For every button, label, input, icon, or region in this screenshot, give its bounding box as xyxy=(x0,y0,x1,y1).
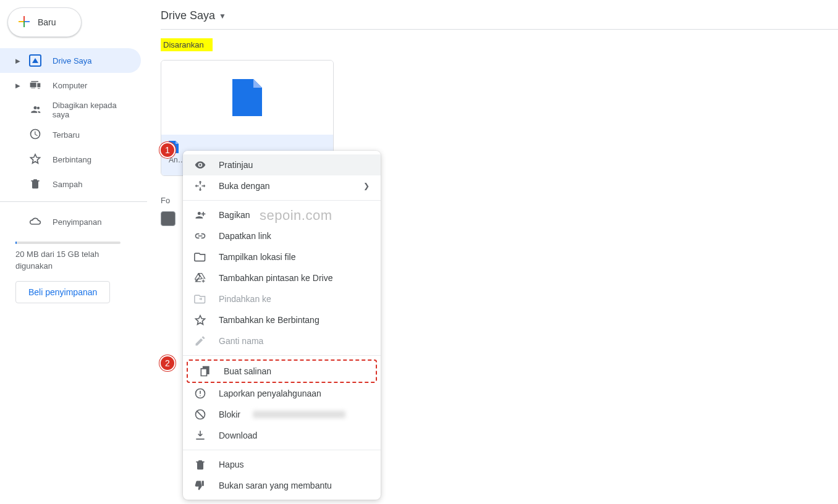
ctx-label: Buka dengan xyxy=(219,181,270,191)
divider xyxy=(0,201,147,202)
ctx-move-to: Pindahkan ke xyxy=(183,288,381,309)
download-icon xyxy=(194,429,206,442)
ctx-label: Tambahkan pintasan ke Drive xyxy=(219,273,332,283)
divider xyxy=(183,355,381,356)
caret-right-icon: ▶ xyxy=(15,57,22,64)
ctx-label: Hapus xyxy=(219,460,243,469)
block-icon xyxy=(194,408,206,421)
folder-item[interactable] xyxy=(161,211,176,226)
drive-icon xyxy=(29,54,41,67)
ctx-remove[interactable]: Hapus xyxy=(183,454,381,475)
ctx-label: Pratinjau xyxy=(219,160,253,170)
clock-icon xyxy=(29,128,41,142)
storage-text: 20 MB dari 15 GB telah digunakan xyxy=(15,249,121,272)
chevron-down-icon: ▼ xyxy=(219,12,226,20)
ctx-label: Bagikan xyxy=(219,210,250,220)
sidebar-item-my-drive[interactable]: ▶ Drive Saya xyxy=(0,48,141,73)
sidebar-item-computers[interactable]: ▶ Komputer xyxy=(0,73,141,98)
ctx-share[interactable]: Bagikan xyxy=(183,204,381,225)
ctx-open-with[interactable]: Buka dengan ❯ xyxy=(183,175,381,196)
ctx-get-link[interactable]: Dapatkan link xyxy=(183,225,381,246)
copy-icon xyxy=(199,365,211,377)
sidebar-item-label: Berbintang xyxy=(53,155,91,164)
sidebar-item-label: Terbaru xyxy=(53,130,80,140)
sidebar-item-starred[interactable]: ▶ Berbintang xyxy=(0,147,141,172)
caret-right-icon: ▶ xyxy=(15,82,22,89)
suggested-label: Disarankan xyxy=(161,38,213,51)
ctx-label: Tampilkan lokasi file xyxy=(219,252,296,262)
pencil-icon xyxy=(194,335,206,347)
devices-icon xyxy=(29,78,41,93)
ctx-show-location[interactable]: Tampilkan lokasi file xyxy=(183,246,381,267)
sidebar-item-recent[interactable]: ▶ Terbaru xyxy=(0,122,141,147)
thumb-down-icon xyxy=(194,479,206,492)
link-icon xyxy=(194,230,206,242)
buy-storage-label: Beli penyimpanan xyxy=(28,287,97,297)
breadcrumb-title: Drive Saya xyxy=(161,9,215,22)
ctx-download[interactable]: Download xyxy=(183,425,381,446)
sidebar-item-shared[interactable]: ▶ Dibagikan kepada saya xyxy=(0,98,141,122)
drive-shortcut-icon xyxy=(194,272,206,284)
eye-icon xyxy=(194,159,206,171)
ctx-make-copy[interactable]: Buat salinan xyxy=(187,359,377,383)
context-menu: Pratinjau Buka dengan ❯ Bagikan Dapatkan… xyxy=(183,151,381,500)
annotation-1: 1 xyxy=(159,142,176,158)
nav-list: ▶ Drive Saya ▶ Komputer ▶ Dibagikan kepa… xyxy=(0,46,147,196)
breadcrumb[interactable]: Drive Saya ▼ xyxy=(161,0,838,30)
sidebar-item-label: Dibagikan kepada saya xyxy=(53,101,133,119)
ctx-block[interactable]: Blokir xyxy=(183,404,381,425)
star-icon xyxy=(29,153,41,167)
trash-icon xyxy=(194,458,206,471)
ctx-label: Dapatkan link xyxy=(219,231,271,241)
blurred-email xyxy=(253,411,345,418)
ctx-add-shortcut[interactable]: Tambahkan pintasan ke Drive xyxy=(183,267,381,288)
sidebar-item-label: Penyimpanan xyxy=(53,217,102,227)
ctx-label: Tambahkan ke Berbintang xyxy=(219,315,320,325)
ctx-rename: Ganti nama xyxy=(183,330,381,351)
ctx-label: Buat salinan xyxy=(224,366,271,376)
buy-storage-button[interactable]: Beli penyimpanan xyxy=(15,281,110,303)
ctx-report-abuse[interactable]: Laporkan penyalahgunaan xyxy=(183,383,381,404)
chevron-right-icon: ❯ xyxy=(363,182,370,190)
sidebar-item-label: Sampah xyxy=(53,180,82,189)
annotation-2: 2 xyxy=(159,355,176,371)
ctx-label: Ganti nama xyxy=(219,336,263,346)
trash-icon xyxy=(29,177,41,191)
person-add-icon xyxy=(194,209,206,221)
ctx-label: Download xyxy=(219,430,257,440)
ctx-label: Laporkan penyalahgunaan xyxy=(219,388,321,398)
ctx-preview[interactable]: Pratinjau xyxy=(183,154,381,175)
ctx-add-star[interactable]: Tambahkan ke Berbintang xyxy=(183,309,381,330)
ctx-label: Blokir xyxy=(219,410,240,419)
nav-list-storage: ▶ Penyimpanan xyxy=(0,207,147,234)
file-thumb xyxy=(161,61,333,135)
storage-bar xyxy=(15,242,121,244)
cloud-icon xyxy=(29,215,41,229)
new-button-label: Baru xyxy=(38,17,56,27)
alert-icon xyxy=(194,387,206,400)
sidebar-item-storage[interactable]: ▶ Penyimpanan xyxy=(0,209,141,234)
star-icon xyxy=(194,314,206,326)
plus-icon xyxy=(17,14,32,31)
divider xyxy=(183,200,381,201)
move-icon xyxy=(194,293,206,305)
open-with-icon xyxy=(194,180,206,192)
divider xyxy=(183,450,381,450)
ctx-label: Bukan saran yang membantu xyxy=(219,481,332,490)
ctx-not-helpful[interactable]: Bukan saran yang membantu xyxy=(183,475,381,496)
ctx-label: Pindahkan ke xyxy=(219,294,271,304)
sidebar-item-label: Komputer xyxy=(53,81,87,90)
folder-icon xyxy=(194,251,206,263)
sidebar-item-label: Drive Saya xyxy=(53,56,92,65)
people-icon xyxy=(29,103,41,117)
sidebar-item-trash[interactable]: ▶ Sampah xyxy=(0,172,141,196)
new-button[interactable]: Baru xyxy=(7,7,82,37)
sidebar: Baru ▶ Drive Saya ▶ Komputer ▶ Dibagikan… xyxy=(0,0,147,303)
